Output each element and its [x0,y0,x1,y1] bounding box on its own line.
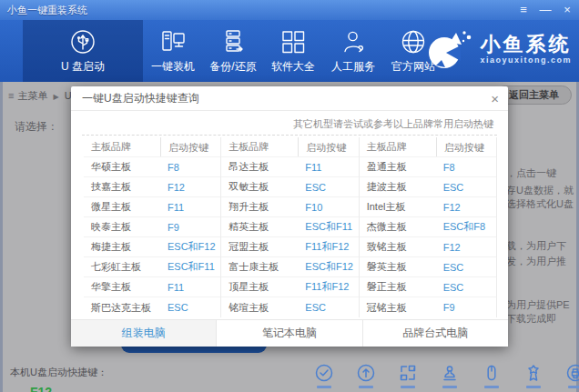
hotkey-dialog: 一键U盘启动快捷键查询 × 其它机型请尝试或参考以上品牌常用启动热键 主板品牌启… [71,86,508,347]
local-hotkey-label: 本机U盘启动快捷键： [10,366,107,379]
select-label: 请选择： [15,119,58,135]
hotkey-group: 主板品牌启动按键盈通主板F8捷波主板ESCIntel主板F12杰微主板ESC和F… [360,137,497,317]
table-row: 富士康主板ESC和F12 [221,257,358,277]
hotkey-cell: F12 [160,182,220,193]
brand-cell: 富士康主板 [221,260,298,274]
hotkey-cell: F8 [160,162,220,173]
hotkey-cell: ESC [298,302,358,313]
table-header-row: 主板品牌启动按键 [360,137,496,157]
hotkey-cell: ESC [298,182,358,193]
table-row: 微星主板F11 [84,197,220,217]
background-text-fragment: 为用户提供PE [506,298,570,312]
printer-icon[interactable] [564,363,579,388]
toolbar-item-backup[interactable]: 备份/还原 [203,20,263,82]
service-icon [339,27,368,56]
icon-label-clipped [484,386,499,388]
hotkey-cell: F11 [160,202,220,213]
toolbar-item-label: U 盘启动 [61,59,105,75]
brand-cell: 磐正主板 [360,280,436,294]
hotkey-cell: F11 [160,282,220,293]
hotkey-cell: F10 [298,202,358,213]
dialog-tabs: 组装电脑笔记本电脑品牌台式电脑 [71,319,508,347]
background-text-fragment: 存U盘数据，就 [506,184,574,197]
hotkey-cell: F12 [436,202,496,213]
toolbar-item-usb[interactable]: U 盘启动 [23,20,143,82]
toolbar-item-apps[interactable]: 软件大全 [263,20,323,82]
toolbar-item-service[interactable]: 人工服务 [323,20,383,82]
brand-cell: 顶星主板 [221,280,298,294]
table-row: 磐正主板ESC [360,277,496,297]
hotkey-cell: ESC [436,282,496,293]
logo-domain: xiaoyuxitong.com [480,55,572,65]
chevron-right-icon: ▶ [53,93,58,101]
table-row: 铭瑄主板ESC [221,297,358,317]
icon-label-clipped [359,386,373,388]
brand-cell: 昂达主板 [221,160,298,174]
toolbar-item-label: 一键装机 [151,59,195,75]
table-row: 技嘉主板F12 [84,177,220,197]
capture-icon[interactable] [397,363,419,388]
background-text-fragment: 发，为用户推 [506,255,566,268]
icon-label-clipped [317,386,331,388]
dialog-title-bar: 一键U盘启动快捷键查询 × [71,86,508,111]
window-title: 小鱼一键重装系统 [7,4,87,17]
local-hotkey-value: F12 [30,385,52,392]
hotkey-cell: ESC [436,262,496,273]
mouse-icon[interactable] [481,363,503,388]
table-row: 翔升主板F10 [221,197,358,217]
minimize-icon[interactable]: — [539,0,552,20]
toolbar-item-label: 备份/还原 [209,59,256,75]
brand-cell: 映泰主板 [84,220,160,234]
menu-icon[interactable]: ≡ [517,0,530,20]
hotkey-cell: F11和F12 [298,240,358,254]
dialog-tab-inactive[interactable]: 笔记本电脑 [216,320,361,347]
table-row: 致铭主板F12 [360,237,496,257]
stamp-icon[interactable] [439,363,461,388]
dialog-close-icon[interactable]: × [491,86,499,111]
table-row: 捷波主板ESC [360,177,496,197]
table-row: 昂达主板F11 [221,157,358,177]
logo-name: 小鱼系统 [480,34,572,55]
table-row: Intel主板F12 [360,197,496,217]
breadcrumb-menu[interactable]: 主菜单 [17,90,47,101]
brand-cell: 杰微主板 [360,220,436,234]
toolbar-item-pc[interactable]: 一键装机 [143,20,203,82]
brand-cell: 捷波主板 [360,180,436,194]
brand-logo: 小鱼系统 xiaoyuxitong.com [423,25,572,73]
col-header-brand: 主板品牌 [84,140,160,154]
dialog-tab-active[interactable]: 组装电脑 [71,320,216,347]
title-bar: 小鱼一键重装系统 ≡ — × [0,0,579,20]
table-row: 杰微主板ESC和F8 [360,217,496,237]
brand-cell: 翔升主板 [221,200,298,214]
close-icon[interactable]: × [561,0,574,20]
backup-icon [218,27,248,56]
check-circle-icon[interactable] [313,363,335,388]
hotkey-cell: F8 [436,162,496,173]
table-row: 斯巴达克主板ESC [84,297,220,317]
col-header-brand: 主板品牌 [221,140,298,154]
dialog-tab-inactive[interactable]: 品牌台式电脑 [362,320,508,347]
status-icon-row [313,363,579,388]
pc-icon [158,27,188,56]
hotkey-cell: ESC [436,182,496,193]
brand-cell: 斯巴达克主板 [84,301,160,315]
hotkey-cell: ESC和F11 [160,260,220,274]
icon-label-clipped [526,386,541,388]
badge-icon[interactable] [523,363,544,388]
window-controls: ≡ — × [517,0,574,20]
hotkey-cell: ESC和F11 [298,220,358,234]
icon-label-clipped [442,386,457,388]
hotkey-cell: ESC [160,302,220,313]
col-header-brand: 主板品牌 [360,140,436,154]
main-toolbar: U 盘启动一键装机备份/还原软件大全人工服务官方网站 小鱼系统 xiaoyuxi… [0,20,579,82]
brand-cell: 华擎主板 [84,280,160,294]
background-text-fragment: ，点击一键 [506,166,556,180]
upload-circle-icon[interactable] [355,363,377,388]
hotkey-cell: F11 [298,162,358,173]
brand-cell: 华硕主板 [84,160,160,174]
hotkey-group: 主板品牌启动按键昂达主板F11双敏主板ESC翔升主板F10精英主板ESC和F11… [221,137,359,317]
hotkey-group: 主板品牌启动按键华硕主板F8技嘉主板F12微星主板F11映泰主板F9梅捷主板ES… [84,137,221,317]
background-text-fragment: 下载完成即 [506,312,556,326]
col-header-key: 启动按键 [298,137,358,156]
table-row: 七彩虹主板ESC和F11 [84,257,220,277]
